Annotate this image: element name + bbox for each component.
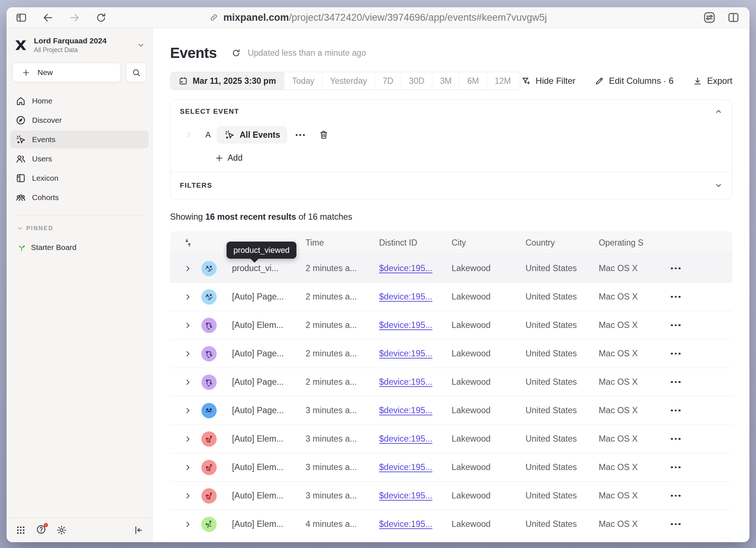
date-preset-yesterday[interactable]: Yesterday bbox=[322, 72, 374, 90]
table-row[interactable]: [Auto] Elem... 4 minutes a... $device:19… bbox=[170, 539, 732, 542]
row-expand-chevron[interactable] bbox=[183, 482, 193, 510]
drag-handle-icon[interactable] bbox=[186, 130, 192, 140]
cell-os: Mac OS X bbox=[599, 368, 638, 396]
chevron-up-icon[interactable] bbox=[714, 107, 722, 116]
page-settings-icon[interactable] bbox=[703, 11, 716, 24]
row-expand-chevron[interactable] bbox=[183, 340, 193, 368]
row-more-button[interactable] bbox=[671, 311, 689, 339]
chevron-down-icon[interactable] bbox=[714, 181, 722, 189]
column-header-distinct-id[interactable]: Distinct ID bbox=[379, 231, 417, 254]
cell-distinct-id[interactable]: $device:195... bbox=[379, 539, 432, 542]
edit-columns-button[interactable]: Edit Columns · 6 bbox=[594, 76, 673, 86]
row-expand-chevron[interactable] bbox=[183, 510, 193, 538]
forward-icon[interactable] bbox=[68, 12, 80, 24]
refresh-icon[interactable] bbox=[231, 48, 241, 58]
cell-country: United States bbox=[525, 283, 577, 311]
row-expand-chevron[interactable] bbox=[183, 254, 193, 282]
cell-distinct-id[interactable]: $device:195... bbox=[379, 510, 432, 538]
sidebar-item-home[interactable]: Home bbox=[10, 92, 149, 110]
cell-distinct-id[interactable]: $device:195... bbox=[379, 283, 432, 311]
event-more-button[interactable] bbox=[296, 134, 305, 136]
sidebar-toggle-icon[interactable] bbox=[15, 12, 27, 24]
collapse-sidebar-icon[interactable] bbox=[133, 525, 143, 536]
row-expand-chevron[interactable] bbox=[183, 396, 193, 424]
column-header-country[interactable]: Country bbox=[525, 231, 555, 254]
filters-section: FILTERS bbox=[170, 172, 732, 199]
row-more-button[interactable] bbox=[671, 539, 689, 542]
cell-distinct-id[interactable]: $device:195... bbox=[379, 311, 432, 339]
row-more-button[interactable] bbox=[671, 396, 689, 424]
sidebar-item-lexicon[interactable]: Lexicon bbox=[10, 169, 149, 187]
row-more-button[interactable] bbox=[671, 453, 689, 481]
table-row[interactable]: [Auto] Page... 2 minutes a... $device:19… bbox=[170, 368, 732, 396]
table-row[interactable]: [Auto] Page... 3 minutes a... $device:19… bbox=[170, 396, 732, 425]
new-button[interactable]: New bbox=[12, 63, 121, 82]
date-range-control: Mar 11, 2025 3:30 pm TodayYesterday7D30D… bbox=[170, 72, 521, 90]
row-more-button[interactable] bbox=[671, 425, 689, 453]
table-row[interactable]: [Auto] Elem... 3 minutes a... $device:19… bbox=[170, 425, 732, 453]
collapse-rows-icon[interactable] bbox=[183, 237, 193, 248]
row-more-button[interactable] bbox=[671, 368, 689, 396]
row-expand-chevron[interactable] bbox=[183, 283, 193, 311]
trash-icon[interactable] bbox=[319, 130, 329, 140]
table-row[interactable]: [Auto] Page... 2 minutes a... $device:19… bbox=[170, 340, 732, 368]
row-more-button[interactable] bbox=[671, 482, 689, 510]
address-bar[interactable]: mixpanel.com/project/3472420/view/397469… bbox=[209, 7, 547, 28]
date-preset-30d[interactable]: 30D bbox=[401, 72, 432, 90]
cell-distinct-id[interactable]: $device:195... bbox=[379, 340, 432, 368]
apps-grid-icon[interactable] bbox=[15, 525, 26, 536]
date-preset-7d[interactable]: 7D bbox=[375, 72, 401, 90]
lexicon-icon bbox=[15, 173, 26, 184]
date-preset-6m[interactable]: 6M bbox=[459, 72, 487, 90]
export-label: Export bbox=[707, 76, 732, 86]
split-view-icon[interactable] bbox=[727, 11, 740, 24]
column-header-os[interactable]: Operating S bbox=[599, 231, 643, 254]
export-button[interactable]: Export bbox=[693, 76, 732, 86]
cell-distinct-id[interactable]: $device:195... bbox=[379, 368, 432, 396]
sidebar-item-discover[interactable]: Discover bbox=[10, 111, 149, 129]
sidebar-item-cohorts[interactable]: Cohorts bbox=[10, 188, 149, 206]
event-selector-chip[interactable]: All Events bbox=[217, 126, 287, 144]
date-picker-button[interactable]: Mar 11, 2025 3:30 pm bbox=[170, 72, 284, 90]
date-preset-today[interactable]: Today bbox=[284, 72, 322, 90]
hide-filter-button[interactable]: Hide Filter bbox=[521, 76, 575, 86]
row-expand-chevron[interactable] bbox=[183, 311, 193, 339]
cell-distinct-id[interactable]: $device:195... bbox=[379, 453, 432, 481]
sidebar-item-starter-board[interactable]: Starter Board bbox=[7, 243, 152, 252]
row-more-button[interactable] bbox=[671, 340, 689, 368]
row-more-button[interactable] bbox=[671, 254, 689, 282]
reload-icon[interactable] bbox=[95, 12, 107, 24]
column-header-city[interactable]: City bbox=[452, 231, 466, 254]
sidebar-item-users[interactable]: Users bbox=[10, 150, 149, 168]
date-preset-12m[interactable]: 12M bbox=[487, 72, 519, 90]
project-switcher[interactable]: Lord Farquaad 2024 All Project Data bbox=[7, 28, 152, 54]
cell-distinct-id[interactable]: $device:195... bbox=[379, 396, 432, 424]
row-expand-chevron[interactable] bbox=[183, 425, 193, 453]
back-icon[interactable] bbox=[42, 12, 54, 24]
row-expand-chevron[interactable] bbox=[183, 453, 193, 481]
date-picker-label: Mar 11, 2025 3:30 pm bbox=[193, 76, 276, 86]
sidebar-item-events[interactable]: Events bbox=[10, 130, 149, 148]
row-more-button[interactable] bbox=[671, 510, 689, 538]
pinned-section-header[interactable]: PINNED bbox=[7, 225, 152, 232]
row-expand-chevron[interactable] bbox=[183, 539, 193, 542]
help-button[interactable] bbox=[36, 524, 47, 536]
add-event-button[interactable]: Add bbox=[180, 153, 722, 163]
search-button[interactable] bbox=[126, 63, 146, 82]
date-preset-xtd[interactable]: XTD bbox=[519, 72, 521, 90]
cell-distinct-id[interactable]: $device:195... bbox=[379, 482, 432, 510]
row-expand-chevron[interactable] bbox=[183, 368, 193, 396]
table-row[interactable]: [Auto] Elem... 2 minutes a... $device:19… bbox=[170, 311, 732, 340]
date-preset-3m[interactable]: 3M bbox=[432, 72, 459, 90]
table-row[interactable]: [Auto] Elem... 4 minutes a... $device:19… bbox=[170, 510, 732, 539]
table-row[interactable]: [Auto] Page... 2 minutes a... $device:19… bbox=[170, 283, 732, 311]
table-row[interactable]: [Auto] Elem... 3 minutes a... $device:19… bbox=[170, 482, 732, 510]
table-row[interactable]: [Auto] Elem... 3 minutes a... $device:19… bbox=[170, 453, 732, 482]
cell-distinct-id[interactable]: $device:195... bbox=[379, 254, 432, 282]
gear-icon[interactable] bbox=[56, 525, 67, 536]
cell-time: 2 minutes a... bbox=[306, 283, 357, 311]
column-header-time[interactable]: Time bbox=[306, 231, 324, 254]
chevron-down-icon[interactable] bbox=[137, 41, 145, 49]
row-more-button[interactable] bbox=[671, 283, 689, 311]
cell-distinct-id[interactable]: $device:195... bbox=[379, 425, 432, 453]
